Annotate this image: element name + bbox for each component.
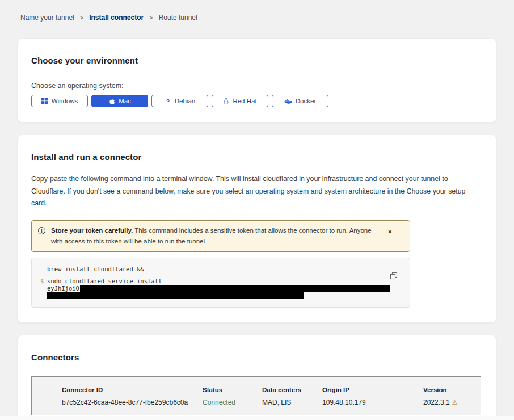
prompt-spacer <box>40 292 47 299</box>
breadcrumb-install-connector[interactable]: Install connector <box>89 14 144 22</box>
breadcrumb-separator-icon: > <box>80 14 83 21</box>
os-button-label: Docker <box>296 98 316 104</box>
os-button-label: Red Hat <box>233 98 256 104</box>
connector-id-value: b7c52c42-6caa-48ee-8c77-fbe259cb6c0a <box>62 398 203 406</box>
prompt-spacer <box>40 284 47 292</box>
col-header-status: Status <box>203 387 262 393</box>
install-card-title: Install and run a connector <box>31 152 483 162</box>
status-badge: Connected <box>203 398 262 406</box>
windows-icon <box>41 98 48 104</box>
table-row: b7c52c42-6caa-48ee-8c77-fbe259cb6c0a Con… <box>62 398 475 406</box>
version-value: 2022.3.1⚠ <box>423 398 475 406</box>
install-card: Install and run a connector Copy-paste t… <box>18 135 496 323</box>
col-header-version: Version <box>423 387 475 393</box>
data-centers-value: MAD, LIS <box>262 398 322 406</box>
debian-icon <box>165 98 171 104</box>
token-warning-banner: ! Store your token carefully. This comma… <box>31 220 410 252</box>
code-token-line-2 <box>40 292 402 299</box>
redhat-icon <box>223 98 229 105</box>
code-token-line: eyJhIjoiO <box>40 284 402 292</box>
alert-circle-icon: ! <box>38 227 45 234</box>
os-button-redhat[interactable]: Red Hat <box>212 95 268 107</box>
breadcrumb-name-your-tunnel[interactable]: Name your tunnel <box>20 14 74 22</box>
os-select-label: Choose an operating system: <box>31 82 483 90</box>
os-button-docker[interactable]: Docker <box>272 95 328 107</box>
docker-icon <box>284 98 292 104</box>
token-warning-text: Store your token carefully. This command… <box>51 225 380 247</box>
token-prefix: eyJhIjoiO <box>47 285 79 292</box>
os-button-windows[interactable]: Windows <box>31 95 88 107</box>
prompt-spacer <box>40 266 47 272</box>
install-command-code-block: brew install cloudflared && $ sudo cloud… <box>31 258 410 308</box>
col-header-origin-ip: Origin IP <box>322 387 423 393</box>
connectors-table-header: Connector ID Status Data centers Origin … <box>62 387 475 393</box>
os-button-mac[interactable]: Mac <box>91 95 148 107</box>
os-button-label: Debian <box>175 98 195 104</box>
install-instructions: Copy-paste the following command into a … <box>31 173 482 210</box>
token-warning-bold: Store your token carefully. <box>51 227 133 234</box>
apple-icon <box>108 98 115 105</box>
copy-icon[interactable] <box>389 272 398 281</box>
redacted-token-bar <box>47 292 304 299</box>
os-button-group: Windows Mac Debian Red Hat <box>31 95 483 107</box>
connectors-card: Connectors Connector ID Status Data cent… <box>18 335 496 420</box>
environment-card: Choose your environment Choose an operat… <box>18 38 496 123</box>
shell-prompt: $ <box>40 278 47 284</box>
code-line-2: $ sudo cloudflared service install <box>40 278 402 284</box>
col-header-data-centers: Data centers <box>262 387 322 393</box>
connectors-card-title: Connectors <box>31 352 483 362</box>
os-button-label: Windows <box>52 98 78 104</box>
breadcrumb-route-tunnel[interactable]: Route tunnel <box>159 14 197 22</box>
breadcrumb-separator-icon: > <box>149 14 153 21</box>
breadcrumb: Name your tunnel > Install connector > R… <box>0 0 514 22</box>
close-icon[interactable]: × <box>388 229 391 235</box>
code-line-1: brew install cloudflared && <box>40 266 402 272</box>
origin-ip-value: 109.48.10.179 <box>322 398 423 406</box>
version-warning-icon: ⚠ <box>452 399 458 406</box>
connectors-table: Connector ID Status Data centers Origin … <box>31 376 481 415</box>
bottom-strip <box>0 416 514 420</box>
environment-card-title: Choose your environment <box>31 56 483 65</box>
os-button-label: Mac <box>119 98 131 104</box>
redacted-token-bar <box>80 285 390 292</box>
os-button-debian[interactable]: Debian <box>151 95 208 107</box>
col-header-connector-id: Connector ID <box>62 387 203 393</box>
